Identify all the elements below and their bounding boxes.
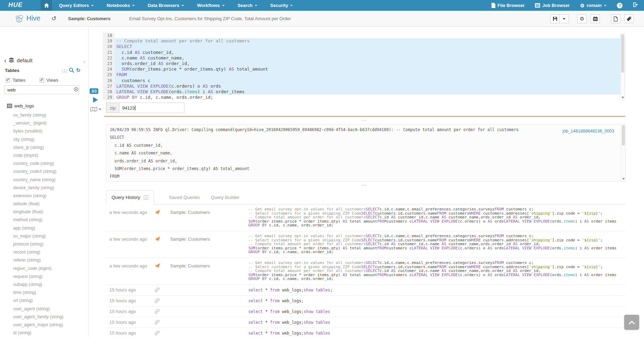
tab-query-history[interactable]: Query History bbox=[106, 190, 154, 204]
clear-history-icon[interactable] bbox=[143, 195, 149, 200]
file-browser-link[interactable]: File Browser bbox=[491, 3, 525, 8]
hue-logo[interactable]: HUE bbox=[8, 1, 23, 9]
column-item[interactable]: user_agent (string) bbox=[0, 305, 88, 313]
clear-search-icon[interactable] bbox=[74, 87, 79, 92]
menu-notebooks[interactable]: Notebooks bbox=[107, 3, 135, 8]
editor-line: 26 customers c bbox=[103, 78, 625, 83]
column-item[interactable]: request (string) bbox=[0, 273, 88, 281]
column-item[interactable]: latitude (float) bbox=[0, 200, 88, 208]
settings-button[interactable]: ⚙ bbox=[577, 14, 587, 23]
views-checkbox[interactable] bbox=[40, 78, 44, 82]
tab-query-builder[interactable]: Query Builder bbox=[206, 190, 245, 204]
column-item[interactable]: country_name (string) bbox=[0, 176, 88, 184]
column-item[interactable]: id (string) bbox=[0, 329, 88, 337]
tables-checkbox-label: Tables bbox=[13, 78, 26, 83]
column-item[interactable]: region_code (bigint) bbox=[0, 265, 88, 273]
column-item[interactable]: bytes (smallint) bbox=[0, 127, 88, 135]
column-item[interactable]: os_major (string) bbox=[0, 232, 88, 240]
column-item[interactable]: longitude (float) bbox=[0, 208, 88, 216]
column-item[interactable]: protocol (string) bbox=[0, 240, 88, 248]
history-row[interactable]: 15 hours ago select * from web_logs;show… bbox=[106, 306, 626, 317]
search-icon[interactable] bbox=[69, 67, 74, 73]
sql-editor[interactable]: 18 19-- Compute total amount per order f… bbox=[103, 33, 625, 100]
history-row[interactable]: 15 hours ago select * from web_logs;show… bbox=[106, 317, 626, 328]
home-icon bbox=[44, 3, 49, 8]
tags-button[interactable] bbox=[624, 14, 634, 23]
editor-toolbar: ⚙ bbox=[550, 14, 634, 23]
history-time: 15 hours ago bbox=[109, 309, 136, 314]
column-item[interactable]: user_agent_family (string) bbox=[0, 313, 88, 321]
help-button[interactable]: ? bbox=[617, 3, 622, 8]
history-row[interactable]: a few seconds ago Sample: Customers -- G… bbox=[106, 204, 626, 231]
history-row[interactable]: a few seconds ago Sample: Customers -- G… bbox=[106, 231, 626, 258]
history-row[interactable]: 15 hours ago select * from web_logs;show… bbox=[106, 285, 626, 296]
menu-security[interactable]: Security bbox=[270, 3, 293, 8]
history-row[interactable]: 15 hours ago select * from web_logs;show… bbox=[106, 328, 626, 337]
list-icon bbox=[535, 3, 540, 8]
query-history-icon[interactable]: ↺ bbox=[51, 15, 56, 22]
column-item[interactable]: code (tinyint) bbox=[0, 152, 88, 160]
scroll-down-icon[interactable] bbox=[621, 177, 625, 181]
editor-scrollbar[interactable] bbox=[620, 33, 625, 100]
column-item[interactable]: _version_ (bigint) bbox=[0, 119, 88, 127]
main-menu: Query Editors Notebooks Data Browsers Wo… bbox=[59, 0, 293, 11]
table-filters: Tables Views bbox=[6, 78, 58, 83]
expired-query-icon bbox=[155, 330, 160, 337]
scroll-to-top-button[interactable] bbox=[624, 315, 639, 330]
assist-docs-button[interactable] bbox=[90, 106, 101, 112]
resize-handle[interactable]: ⋯ bbox=[361, 182, 367, 188]
job-id-link[interactable]: job_1461888648136_0003 bbox=[560, 128, 617, 135]
user-menu[interactable]: ⚙ romain bbox=[580, 3, 606, 8]
tables-count: (1) bbox=[62, 68, 67, 73]
column-item[interactable]: os_family (string) bbox=[0, 111, 88, 119]
history-query-sql: select * from web_logs;show tables; bbox=[248, 288, 623, 292]
column-item[interactable]: app (string) bbox=[0, 224, 88, 232]
tables-checkbox[interactable] bbox=[6, 78, 10, 82]
column-item[interactable]: referer (string) bbox=[0, 256, 88, 264]
column-item[interactable]: method (string) bbox=[0, 216, 88, 224]
refresh-icon[interactable]: ↻ bbox=[76, 67, 81, 73]
save-button[interactable] bbox=[550, 14, 560, 23]
schedule-button[interactable] bbox=[591, 14, 600, 23]
history-row[interactable]: a few seconds ago Sample: Customers -- G… bbox=[106, 258, 626, 285]
new-query-button[interactable] bbox=[611, 14, 620, 23]
column-item[interactable]: url (string) bbox=[0, 297, 88, 305]
results-tabs: Query History Saved Queries Query Builde… bbox=[106, 190, 626, 204]
column-item[interactable]: subapp (string) bbox=[0, 281, 88, 289]
column-item[interactable]: country_code (string) bbox=[0, 160, 88, 168]
save-dropdown-button[interactable] bbox=[560, 14, 569, 23]
column-item[interactable]: time (string) bbox=[0, 289, 88, 297]
job-browser-link[interactable]: Job Browser bbox=[535, 3, 570, 8]
table-grid-icon bbox=[7, 104, 12, 108]
execute-button[interactable] bbox=[93, 97, 98, 103]
column-item[interactable]: city (string) bbox=[0, 136, 88, 144]
column-item[interactable]: user_agent_major (string) bbox=[0, 321, 88, 329]
database-selector[interactable]: ‹ default bbox=[4, 57, 32, 63]
menu-data-browsers[interactable]: Data Browsers bbox=[148, 3, 184, 8]
table-item-web-logs[interactable]: web_logs bbox=[7, 103, 34, 109]
menu-search[interactable]: Search bbox=[238, 3, 257, 8]
history-query-name: Sample: Customers bbox=[170, 263, 210, 268]
column-item[interactable]: country_code3 (string) bbox=[0, 168, 88, 176]
collapse-sidebar-icon[interactable]: ‹ bbox=[83, 58, 85, 65]
variable-zip-input[interactable]: 94123 bbox=[119, 103, 184, 113]
column-item[interactable]: device_family (string) bbox=[0, 184, 88, 192]
logout-button[interactable] bbox=[633, 2, 638, 9]
menu-query-editors[interactable]: Query Editors bbox=[59, 3, 94, 8]
home-button[interactable] bbox=[41, 0, 52, 11]
scrollbar-thumb[interactable] bbox=[622, 125, 625, 145]
log-scrollbar[interactable] bbox=[621, 125, 625, 181]
tab-saved-queries[interactable]: Saved Queries bbox=[164, 190, 205, 204]
history-time: 15 hours ago bbox=[109, 320, 136, 325]
scroll-down-icon[interactable] bbox=[621, 95, 625, 100]
column-item[interactable]: client_ip (string) bbox=[0, 144, 88, 152]
submitted-query-icon bbox=[155, 209, 160, 216]
table-search-input[interactable] bbox=[4, 85, 79, 94]
resize-handle[interactable]: ⋯ bbox=[361, 117, 367, 123]
history-row[interactable]: 15 hours ago select * from web_logs; bbox=[106, 296, 626, 306]
scrollbar-thumb[interactable] bbox=[621, 34, 624, 73]
app-name[interactable]: Hive bbox=[26, 14, 40, 22]
menu-workflows[interactable]: Workflows bbox=[197, 3, 225, 8]
column-item[interactable]: extension (string) bbox=[0, 192, 88, 200]
column-item[interactable]: record (string) bbox=[0, 248, 88, 256]
